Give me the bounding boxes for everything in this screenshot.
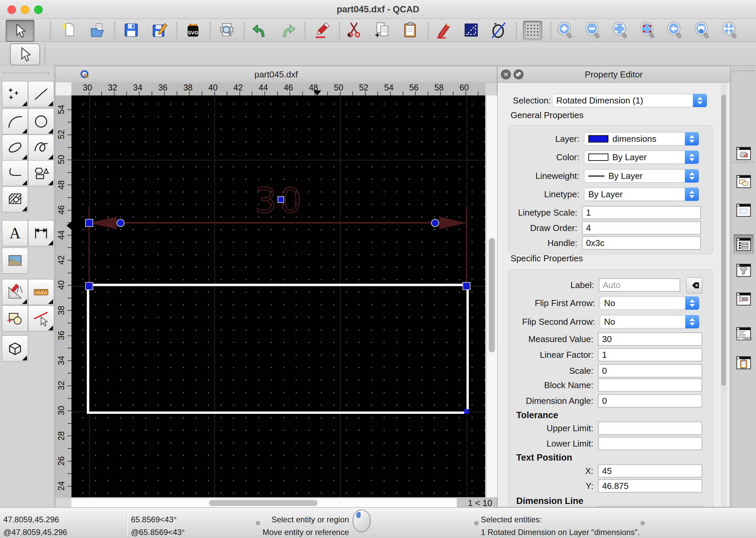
lower-limit--field[interactable] bbox=[598, 437, 702, 450]
circle-tools[interactable] bbox=[28, 108, 54, 134]
dimension-angle--field[interactable] bbox=[598, 394, 702, 408]
grip-origin-right[interactable] bbox=[462, 282, 470, 290]
clear-label-button[interactable] bbox=[686, 277, 702, 293]
zoom-out-button[interactable] bbox=[583, 21, 602, 39]
grip-origin-left[interactable] bbox=[85, 282, 93, 290]
vertical-scrollbar[interactable] bbox=[486, 95, 497, 497]
cut-button[interactable] bbox=[345, 21, 364, 39]
statusbar-splitter-dot[interactable] bbox=[474, 521, 479, 525]
grip-text-position[interactable] bbox=[277, 196, 284, 203]
text-tool[interactable]: A bbox=[2, 220, 28, 246]
measure-tools[interactable] bbox=[28, 279, 54, 305]
handle--field[interactable] bbox=[582, 236, 701, 250]
shape-tools[interactable] bbox=[28, 160, 54, 186]
edit-pencil-button[interactable] bbox=[435, 21, 453, 39]
undo-button[interactable] bbox=[250, 21, 269, 39]
modify-tools[interactable] bbox=[2, 279, 28, 305]
scale--field[interactable] bbox=[598, 364, 702, 377]
block-list-panel-button[interactable] bbox=[734, 172, 754, 192]
linetype--dropdown[interactable]: By Layer bbox=[584, 188, 699, 201]
drawing-canvas[interactable]: 30 bbox=[71, 95, 485, 497]
new-drawing-button[interactable] bbox=[60, 21, 79, 39]
vertical-scrollbar-thumb[interactable] bbox=[489, 238, 495, 352]
stepper-icon[interactable] bbox=[685, 296, 699, 310]
grip-extension-left[interactable] bbox=[85, 219, 93, 227]
dock-drag-handle[interactable] bbox=[733, 70, 754, 73]
svg-export-button[interactable]: SVG bbox=[184, 21, 202, 39]
point-tools[interactable] bbox=[2, 81, 28, 107]
print-preview-button[interactable] bbox=[217, 21, 236, 39]
solid-tools[interactable] bbox=[2, 335, 28, 361]
detach-panel-icon[interactable] bbox=[514, 69, 524, 79]
block-tools[interactable] bbox=[2, 305, 28, 331]
view-list-panel-button[interactable] bbox=[734, 200, 754, 220]
ellipse-tools[interactable] bbox=[2, 134, 28, 161]
stepper-icon[interactable] bbox=[685, 188, 699, 201]
block-name--field[interactable] bbox=[598, 378, 702, 392]
dimension-line[interactable] bbox=[117, 222, 439, 224]
spline-tools[interactable] bbox=[28, 134, 54, 161]
command-line-panel-button[interactable]: c: command bbox=[734, 324, 754, 344]
palette-drag-handle[interactable] bbox=[3, 72, 49, 75]
y--field[interactable] bbox=[598, 479, 702, 493]
measured-value--field[interactable] bbox=[598, 332, 702, 346]
statusbar-splitter-dot[interactable] bbox=[640, 521, 645, 525]
horizontal-scrollbar[interactable] bbox=[71, 498, 457, 508]
dimension-tools[interactable] bbox=[28, 220, 54, 246]
panel-scrollbar-thumb[interactable] bbox=[721, 95, 726, 386]
selection-dropdown[interactable]: Rotated Dimension (1) bbox=[552, 94, 707, 107]
selection-filter-panel-button[interactable] bbox=[734, 260, 754, 280]
redo-button[interactable] bbox=[278, 21, 297, 39]
linear-factor--field[interactable] bbox=[598, 348, 702, 361]
close-panel-icon[interactable]: ✕ bbox=[501, 69, 511, 79]
label--field[interactable] bbox=[599, 278, 680, 292]
grip-dimline-left[interactable] bbox=[117, 219, 125, 227]
save-as-button[interactable] bbox=[150, 21, 169, 39]
zoom-selection-button[interactable] bbox=[638, 21, 657, 39]
grid-toggle-button[interactable] bbox=[523, 21, 542, 40]
flip-first-arrow--dropdown[interactable]: No bbox=[600, 296, 699, 310]
drawing-window-titlebar[interactable]: part045.dxf bbox=[55, 66, 497, 83]
zoom-in-button[interactable] bbox=[556, 21, 574, 39]
hatch-tools[interactable] bbox=[2, 186, 28, 212]
open-drawing-button[interactable] bbox=[88, 21, 107, 39]
save-button[interactable] bbox=[122, 21, 141, 39]
flip-second-arrow--dropdown[interactable]: No bbox=[600, 315, 699, 328]
layer--dropdown[interactable]: dimensions bbox=[584, 132, 699, 146]
image-tool[interactable] bbox=[2, 248, 28, 274]
line-tools[interactable] bbox=[28, 81, 54, 107]
draw-order--field[interactable] bbox=[582, 221, 701, 235]
selection-box-button[interactable] bbox=[462, 21, 481, 39]
previous-view-button[interactable] bbox=[665, 21, 684, 39]
auto-zoom-button[interactable] bbox=[611, 21, 629, 39]
stepper-icon[interactable] bbox=[693, 94, 707, 107]
selection-tool-button[interactable] bbox=[10, 43, 40, 65]
arc-tools[interactable] bbox=[2, 108, 28, 134]
pan-button[interactable] bbox=[720, 21, 739, 39]
no-fill-button[interactable] bbox=[489, 21, 508, 39]
rectangle-entity[interactable] bbox=[87, 284, 469, 414]
linetype-scale--field[interactable] bbox=[582, 206, 701, 219]
rectangle-corner-marker[interactable] bbox=[464, 409, 469, 414]
clipboard-panel-button[interactable] bbox=[734, 353, 754, 373]
upper-limit--field[interactable] bbox=[598, 422, 702, 435]
copy-button[interactable] bbox=[373, 21, 392, 39]
layer-list-panel-button[interactable] bbox=[734, 144, 754, 164]
panel-scrollbar[interactable] bbox=[721, 83, 727, 507]
selection-pointer-button[interactable] bbox=[6, 20, 34, 42]
property-editor-titlebar[interactable]: Property Editor bbox=[498, 66, 730, 83]
zoom-window-button[interactable] bbox=[693, 21, 711, 39]
color--dropdown[interactable]: By Layer bbox=[584, 151, 699, 164]
library-browser-panel-button[interactable] bbox=[734, 289, 754, 309]
stepper-icon[interactable] bbox=[685, 315, 699, 328]
stepper-icon[interactable] bbox=[685, 132, 699, 146]
grip-dimline-right[interactable] bbox=[431, 219, 439, 227]
x--field[interactable] bbox=[598, 464, 702, 478]
lineweight--dropdown[interactable]: By Layer bbox=[584, 169, 699, 183]
attribute-tools[interactable] bbox=[28, 305, 54, 331]
stepper-icon[interactable] bbox=[685, 151, 699, 164]
delete-button[interactable] bbox=[313, 21, 332, 39]
paste-button[interactable] bbox=[401, 21, 420, 39]
polyline-tools[interactable] bbox=[2, 160, 28, 186]
stepper-icon[interactable] bbox=[685, 169, 699, 183]
